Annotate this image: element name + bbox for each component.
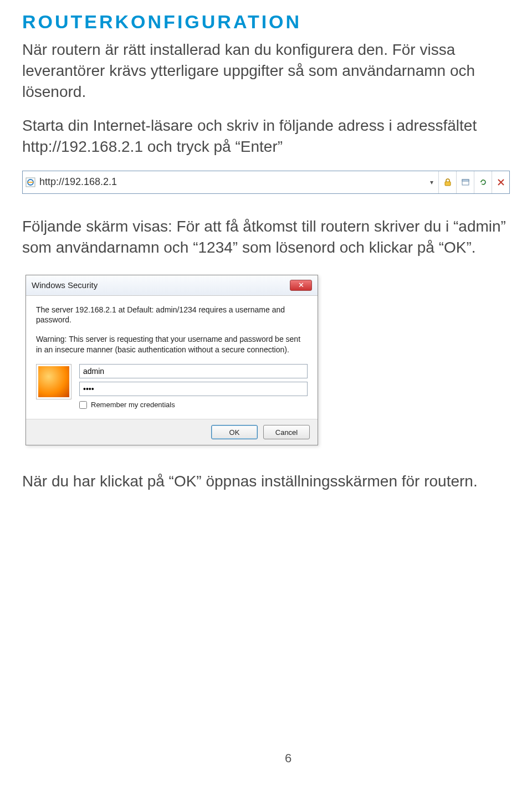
remember-label: Remember my credentials: [91, 401, 175, 409]
dialog-titlebar: Windows Security ✕: [26, 275, 318, 296]
page-heading: ROUTERKONFIGURATION: [22, 11, 510, 33]
credentials-row: Remember my credentials: [36, 364, 308, 409]
password-field[interactable]: [79, 382, 308, 396]
dialog-title-text: Windows Security: [32, 280, 98, 290]
close-icon[interactable]: ✕: [290, 280, 312, 291]
refresh-icon[interactable]: [474, 171, 492, 193]
username-field[interactable]: [79, 364, 308, 378]
cancel-button[interactable]: Cancel: [263, 425, 310, 439]
closing-paragraph: När du har klickat på “OK” öppnas instäl…: [22, 471, 510, 492]
intro-paragraph-2: Starta din Internet-läsare och skriv in …: [22, 115, 510, 157]
browser-address-bar: http://192.168.2.1 ▾: [22, 171, 510, 194]
address-bar-url[interactable]: http://192.168.2.1: [38, 176, 425, 188]
stop-icon[interactable]: [492, 171, 509, 193]
lock-icon: [438, 171, 456, 193]
dialog-message-2: Warning: This server is requesting that …: [36, 334, 308, 355]
svg-rect-4: [462, 179, 469, 181]
user-avatar-icon: [36, 364, 71, 399]
remember-credentials-row[interactable]: Remember my credentials: [79, 401, 308, 409]
dialog-footer: OK Cancel: [26, 419, 318, 445]
instruction-paragraph: Följande skärm visas: För att få åtkomst…: [22, 216, 510, 258]
address-dropdown-icon[interactable]: ▾: [425, 178, 438, 186]
windows-security-dialog: Windows Security ✕ The server 192.168.2.…: [25, 275, 318, 446]
intro-paragraph-1: När routern är rätt installerad kan du k…: [22, 39, 510, 102]
svg-rect-2: [445, 182, 451, 186]
ie-page-icon: [23, 177, 38, 187]
ok-button[interactable]: OK: [211, 425, 258, 439]
dialog-message-1: The server 192.168.2.1 at Default: admin…: [36, 305, 308, 326]
page-number: 6: [22, 751, 532, 766]
remember-checkbox[interactable]: [79, 401, 87, 409]
auth-dialog-screenshot: Windows Security ✕ The server 192.168.2.…: [22, 271, 321, 449]
compat-view-icon[interactable]: [456, 171, 474, 193]
